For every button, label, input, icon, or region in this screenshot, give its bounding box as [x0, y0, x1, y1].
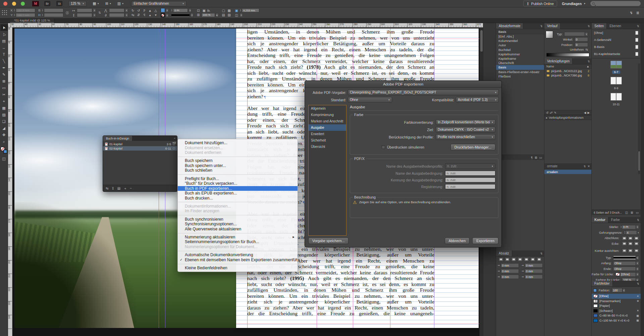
- page-spread[interactable]: 6-7: [592, 61, 641, 74]
- swatch-row[interactable]: [Ohne]: [592, 294, 641, 299]
- compatibility-dropdown[interactable]: Acrobat 4 (PDF 1.3) ▼: [456, 97, 499, 103]
- go-to-child-icon[interactable]: ▾: [153, 13, 158, 17]
- bevel-join-button[interactable]: [634, 241, 639, 246]
- chevron-down-icon[interactable]: ▼: [636, 225, 639, 229]
- dialog-section-item[interactable]: Marken und Anschnitt: [309, 118, 346, 124]
- context-menu-item[interactable]: Buch speichern: [178, 158, 298, 163]
- gradient-ramp[interactable]: [546, 53, 589, 57]
- paragraph-style-item[interactable]: Kapitelname: [496, 56, 544, 61]
- context-menu-item[interactable]: [178, 264, 297, 264]
- page-spread[interactable]: 8-9: [592, 77, 641, 91]
- context-menu-item[interactable]: [178, 157, 297, 157]
- paragraph-style-item[interactable]: [Einf. Abs.]: [496, 34, 544, 39]
- constrain-proportions-icon[interactable]: ⛒: [66, 11, 69, 15]
- master-page-row[interactable]: B1-Kapitelstartseite: [592, 50, 641, 57]
- corner-shape-icon[interactable]: ▣: [234, 9, 239, 12]
- chevron-down-icon[interactable]: ▼: [125, 8, 128, 12]
- clear-overrides-icon[interactable]: ¶: [531, 156, 533, 159]
- paragraph-style-item[interactable]: Basis: [496, 65, 544, 69]
- chevron-down-icon[interactable]: ▼: [125, 13, 128, 17]
- context-menu-item[interactable]: Buch schließen: [178, 168, 298, 173]
- simulate-overprint-checkbox[interactable]: [382, 146, 385, 149]
- page-thumbnail[interactable]: [610, 77, 616, 85]
- page-thumbnail[interactable]: [610, 93, 616, 101]
- zoom-tool-icon[interactable]: ⌕: [0, 138, 8, 145]
- dialog-section-item[interactable]: Sicherheit: [309, 137, 346, 144]
- master-page-row[interactable]: B-Basis: [592, 43, 641, 50]
- rectangle-tool-icon[interactable]: ▭: [0, 85, 8, 91]
- corner-radius-field[interactable]: 4,233 mm: [242, 8, 259, 12]
- swatch-row[interactable]: [Schwarz]: [592, 309, 641, 314]
- paragraph-style-item[interactable]: Kolumnentitel: [496, 39, 544, 43]
- paragraph-style-item[interactable]: Kapitelnummer: [496, 52, 544, 56]
- context-menu-item[interactable]: [178, 233, 297, 233]
- scrollbar-thumb[interactable]: [638, 151, 640, 171]
- context-menu-item[interactable]: Dokument ersetzen...: [178, 146, 298, 151]
- gap-color-dropdown[interactable]: [Ohne]: [620, 272, 636, 277]
- align-left-button[interactable]: [498, 257, 503, 262]
- quick-apply-icon[interactable]: ↯: [630, 11, 633, 15]
- chevron-down-icon[interactable]: ▼: [93, 8, 96, 12]
- context-menu-item[interactable]: Buch als EPUB exportieren...: [178, 191, 298, 196]
- synchronize-book-icon[interactable]: ⇆: [106, 186, 108, 190]
- workspace-switcher[interactable]: Grundlagen ▼: [562, 2, 586, 6]
- paragraph-spacing-field[interactable]: 0 mm: [525, 263, 543, 268]
- context-menu-item[interactable]: [178, 251, 297, 251]
- flip-horizontal-icon[interactable]: ⇆: [130, 13, 136, 17]
- chevron-down-icon[interactable]: ▼: [93, 13, 96, 17]
- chevron-down-icon[interactable]: ▼: [623, 288, 626, 292]
- profile-inclusion-dropdown[interactable]: Profile nicht einschließen▼: [436, 134, 495, 140]
- rotation-angle-field[interactable]: [109, 8, 124, 12]
- delete-style-icon[interactable]: ▭: [539, 156, 542, 159]
- miter-limit-field[interactable]: 4: [626, 230, 637, 235]
- registry-field[interactable]: n. zutr.: [445, 184, 495, 189]
- context-menu-item[interactable]: Synchronisierungsoptionen...: [178, 222, 298, 227]
- context-menu-item[interactable]: [178, 202, 297, 202]
- gradient-type-dropdown[interactable]: [564, 32, 585, 36]
- close-icon[interactable]: ✕: [587, 165, 590, 168]
- stroke-weight-dropdown[interactable]: 0 Pt: [173, 8, 188, 12]
- context-menu-item[interactable]: Im Finder anzeigen: [178, 209, 298, 214]
- gradient-position-field[interactable]: 0: [575, 43, 588, 47]
- eyedropper-tool-icon[interactable]: ◢: [0, 125, 8, 131]
- context-menu-item[interactable]: Nummerierungsoptionen für Dokument...: [178, 244, 298, 249]
- context-menu-item[interactable]: Kleine Bedienfeldreihen: [178, 266, 298, 271]
- stroke-weight-field[interactable]: 0 Pt: [622, 225, 636, 229]
- spread-label[interactable]: 6-7: [612, 70, 620, 74]
- effects-button[interactable]: fx.: [207, 9, 211, 12]
- rotate-cw-icon[interactable]: ↻: [130, 9, 136, 12]
- new-page-icon[interactable]: ⊞: [631, 211, 633, 214]
- panel-menu-icon[interactable]: ↯: [587, 24, 590, 28]
- book-document-row[interactable]: 01-kapitel 2-5: [103, 142, 177, 146]
- tab-ebenen[interactable]: Ebenen: [607, 23, 624, 29]
- zoom-window-icon[interactable]: [21, 2, 25, 6]
- gradient-angle-field[interactable]: 0: [575, 37, 588, 42]
- spread-label[interactable]: 10-11: [612, 103, 620, 106]
- stroke-type-dropdown[interactable]: [171, 13, 190, 17]
- align-center-button[interactable]: [505, 257, 510, 262]
- wrap-none-icon[interactable]: ▢: [221, 9, 226, 12]
- panel-menu-icon[interactable]: ↯: [583, 165, 586, 168]
- context-menu-item[interactable]: Seitennummerierungsoptionen für Buch...: [178, 239, 298, 244]
- control-panel-menu-icon[interactable]: ≣: [636, 11, 639, 15]
- reference-point-proxy[interactable]: [2, 10, 7, 15]
- paragraph-spacing-field[interactable]: 0 mm: [501, 263, 519, 268]
- context-menu-item[interactable]: Buch drucken...: [178, 196, 298, 201]
- collapse-panel-icon[interactable]: «: [174, 137, 177, 140]
- panel-menu-icon[interactable]: ↯: [540, 24, 543, 28]
- zoom-level-dropdown[interactable]: 125 % ▼: [68, 1, 87, 6]
- destination-dropdown[interactable]: Dokument-CMYK - ISO Coated v2 (...▼: [436, 127, 495, 132]
- gradient-tool-icon[interactable]: ▦: [0, 105, 8, 111]
- ink-manager-button[interactable]: Druckfarben-Manager...: [450, 144, 495, 151]
- dialog-section-item[interactable]: Komprimierung: [309, 112, 346, 118]
- paragraph-style-item[interactable]: Buchtitel: [496, 48, 544, 52]
- page-tool-icon[interactable]: ▤: [0, 38, 8, 44]
- book-document-row[interactable]: 02-kapitel 6-11: [103, 146, 177, 151]
- x-position-field[interactable]: 181,4 mm: [16, 8, 35, 12]
- context-menu-item[interactable]: [178, 174, 297, 175]
- wrap-jump-icon[interactable]: ▨: [227, 13, 232, 17]
- chevron-down-icon[interactable]: ▼: [166, 8, 169, 12]
- panel-menu-icon[interactable]: ▾≣: [172, 141, 176, 144]
- chevron-down-icon[interactable]: ▼: [585, 32, 588, 36]
- output-condition-id-field[interactable]: n. zutr.: [445, 177, 495, 182]
